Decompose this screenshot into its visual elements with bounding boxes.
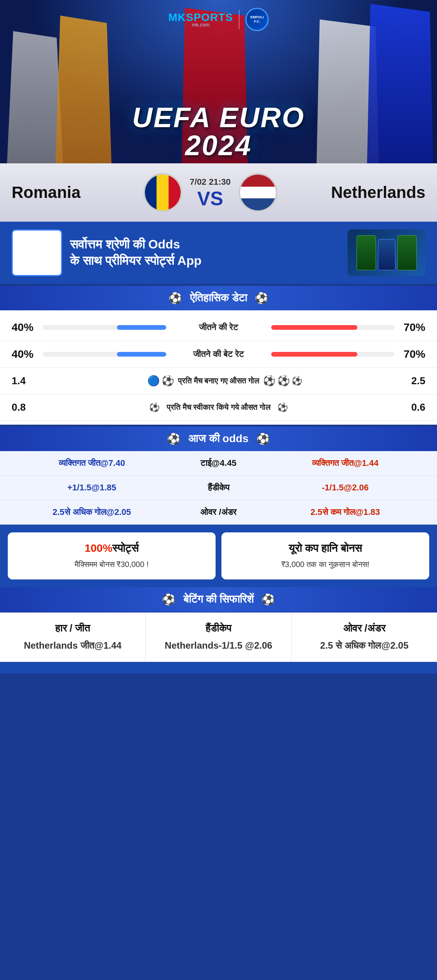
header-logo: MKSPORTS mk.com EMPOLIF.C. [168, 8, 269, 31]
bonus-card-euro[interactable]: यूरो कप हानि बोनस ₹3,000 तक का नुक़सान ब… [221, 532, 429, 579]
odds-soccer-right: ⚽ [256, 432, 270, 445]
stat-row-win-rate: 40% जीतने की रेट 70% [0, 314, 437, 341]
stat-left-bet-rate: 40% [12, 348, 43, 360]
odds-left-over: 2.5से अधिक गोल@2.05 [8, 507, 176, 517]
odds-row-3[interactable]: 2.5से अधिक गोल@2.05 ओवर /अंडर 2.5से कम ग… [0, 500, 437, 525]
bonus-card-sports[interactable]: 100%स्पोर्ट्स मैक्सिमम बोनस ₹30,000 ! [8, 532, 216, 579]
historical-title: ऐतिहासिक डेटा [190, 292, 247, 304]
stat-bar-left-win [43, 325, 166, 330]
stat-bar-right-bet [271, 352, 395, 357]
netherlands-flag [239, 173, 277, 212]
bottom-space [0, 662, 437, 674]
stat-bar-right-fill-win [271, 325, 357, 330]
stat-bar-left-fill-win [117, 325, 166, 330]
euro-title-container: UEFA EURO 2024 [109, 103, 328, 159]
odds-header: ⚽ आज की odds ⚽ [0, 427, 437, 451]
rec-title: बेटिंग की सिफारिशें [183, 593, 254, 606]
promo-logo-box [12, 229, 62, 276]
rec-col-handicap-title: हैंडीकेप [151, 622, 285, 634]
stat-label-avg-goals: प्रति मैच बनाए गए औसत गोल [178, 376, 259, 385]
rec-col-over-under[interactable]: ओवर /अंडर 2.5 से अधिक गोल@2.05 [292, 612, 437, 662]
logo-divider [239, 10, 240, 29]
stat-bar-left-bet [43, 352, 166, 357]
soccer-icon-left: ⚽ [169, 292, 182, 304]
rec-col-handicap-value: Netherlands-1/1.5 @2.06 [151, 639, 285, 652]
hero-section: MKSPORTS mk.com EMPOLIF.C. UEFA EURO 202… [0, 0, 437, 163]
odds-center-handicap: हैंडीकेप [176, 483, 261, 493]
rec-col-over-under-title: ओवर /अंडर [298, 622, 431, 634]
stat-label-win-rate: जीतने की रेट [170, 322, 267, 332]
odds-row-1[interactable]: व्यक्तिगत जीत@7.40 टाई@4.45 व्यक्तिगत जी… [0, 451, 437, 476]
stat-label-bet-rate: जीतने की बेट रेट [170, 349, 267, 359]
odds-center-over: ओवर /अंडर [176, 507, 261, 517]
team-left-name: Romania [12, 183, 89, 202]
stat-right-avg-goals: 2.5 [394, 375, 425, 387]
match-section: Romania 7/02 21:30 VS Netherlands [0, 163, 437, 222]
rec-soccer-right: ⚽ [261, 593, 275, 606]
odds-title: आज की odds [188, 432, 248, 445]
stat-left-win-rate: 40% [12, 321, 43, 334]
rec-col-over-under-value: 2.5 से अधिक गोल@2.05 [298, 639, 431, 652]
euro-2024-title: UEFA EURO 2024 [109, 103, 328, 159]
odds-right-handicap: -1/1.5@2.06 [261, 483, 430, 493]
bonus-section: 100%स्पोर्ट्स मैक्सिमम बोनस ₹30,000 ! यू… [0, 525, 437, 587]
vs-label: VS [197, 189, 223, 208]
stat-row-bet-rate: 40% जीतने की बेट रेट 70% [0, 341, 437, 368]
odds-row-2[interactable]: +1/1.5@1.85 हैंडीकेप -1/1.5@2.06 [0, 476, 437, 500]
stat-right-concede-goals: 0.6 [394, 401, 425, 413]
odds-body: व्यक्तिगत जीत@7.40 टाई@4.45 व्यक्तिगत जी… [0, 451, 437, 525]
bonus-euro-subtitle: ₹3,000 तक का नुक़सान बोनस! [229, 559, 421, 570]
odds-right-win: व्यक्तिगत जीत@1.44 [261, 458, 430, 468]
stat-right-win-rate: 70% [394, 321, 425, 334]
soccer-icon-right: ⚽ [255, 292, 268, 304]
odds-soccer-left: ⚽ [167, 432, 181, 445]
stat-label-concede-goals: प्रति मैच स्वीकार किये गये औसत गोल [167, 403, 270, 412]
stat-bar-right-fill-bet [271, 352, 357, 357]
rec-header: ⚽ बेटिंग की सिफारिशें ⚽ [0, 587, 437, 612]
stat-bar-right-win [271, 325, 395, 330]
odds-left-handicap: +1/1.5@1.85 [8, 483, 176, 493]
match-center-info: 7/02 21:30 VS [190, 177, 231, 208]
promo-text: सर्वोत्तम श्रेणी की Oddsके साथ प्रीमियर … [70, 236, 340, 269]
rec-soccer-left: ⚽ [162, 593, 176, 606]
odds-right-under: 2.5से कम गोल@1.83 [261, 507, 430, 517]
promo-app-preview [348, 229, 425, 276]
stat-right-bet-rate: 70% [394, 348, 425, 360]
romania-flag [143, 173, 182, 212]
bonus-sports-subtitle: मैक्सिमम बोनस ₹30,000 ! [16, 559, 208, 570]
historical-header: ⚽ ऐतिहासिक डेटा ⚽ [0, 286, 437, 310]
stat-left-avg-goals: 1.4 [12, 375, 43, 387]
rec-col-handicap[interactable]: हैंडीकेप Netherlands-1/1.5 @2.06 [146, 612, 291, 662]
rec-body: हार / जीत Netherlands जीत@1.44 हैंडीकेप … [0, 612, 437, 662]
team-right-name: Netherlands [331, 183, 425, 202]
odds-left-win: व्यक्तिगत जीत@7.40 [8, 458, 176, 468]
rec-col-win-loss[interactable]: हार / जीत Netherlands जीत@1.44 [0, 612, 146, 662]
match-date: 7/02 21:30 [190, 177, 231, 187]
stat-row-concede-goals: 0.8 ⚽ प्रति मैच स्वीकार किये गये औसत गोल… [0, 394, 437, 421]
empoli-badge: EMPOLIF.C. [245, 8, 269, 31]
flags-row: 7/02 21:30 VS [143, 173, 277, 212]
stat-row-avg-goals: 1.4 🔵 ⚽ प्रति मैच बनाए गए औसत गोल ⚽ ⚽ ⚽ … [0, 368, 437, 394]
stat-bar-left-fill-bet [117, 352, 166, 357]
historical-stats-body: 40% जीतने की रेट 70% 40% जीतने की बेट रे… [0, 310, 437, 425]
bonus-euro-title: यूरो कप हानि बोनस [229, 542, 421, 555]
rec-col-win-loss-value: Netherlands जीत@1.44 [6, 639, 139, 652]
rec-col-win-loss-title: हार / जीत [6, 622, 139, 634]
bonus-sports-title: 100%स्पोर्ट्स [16, 542, 208, 555]
promo-section: सर्वोत्तम श्रेणी की Oddsके साथ प्रीमियर … [0, 222, 437, 284]
odds-center-tie: टाई@4.45 [176, 458, 261, 468]
stat-left-concede-goals: 0.8 [12, 401, 43, 413]
